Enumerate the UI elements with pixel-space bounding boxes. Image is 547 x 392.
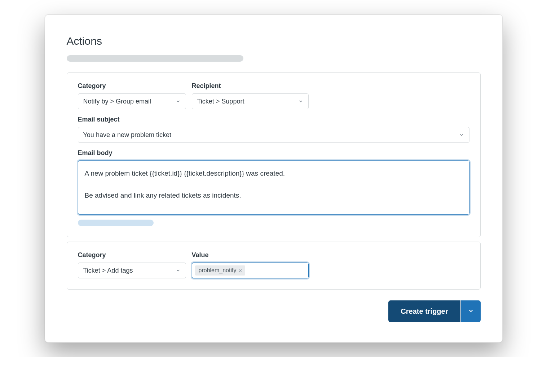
tag-chip: problem_notify: [195, 265, 246, 276]
select-recipient[interactable]: Ticket > Support: [192, 93, 309, 109]
actions-panel: Actions Category Notify by > Group email…: [45, 14, 503, 343]
field-email-body: Email body A new problem ticket {{ticket…: [78, 149, 469, 226]
action-card-notify: Category Notify by > Group email Recipie…: [67, 72, 481, 237]
footer-actions: Create trigger: [67, 300, 481, 322]
field-category-2: Category Ticket > Add tags: [78, 251, 186, 278]
label-value: Value: [192, 251, 309, 259]
email-subject-value: You have a new problem ticket: [83, 131, 172, 139]
select-category-value: Notify by > Group email: [83, 98, 151, 105]
chevron-down-icon: [459, 132, 464, 137]
field-value: Value problem_notify: [192, 251, 309, 278]
remove-tag-icon[interactable]: [238, 269, 242, 273]
attachment-placeholder[interactable]: [78, 220, 154, 226]
label-category-2: Category: [78, 251, 186, 259]
row-category-recipient: Category Notify by > Group email Recipie…: [78, 82, 469, 109]
tag-chip-label: problem_notify: [199, 267, 237, 274]
field-category: Category Notify by > Group email: [78, 82, 186, 109]
input-email-subject[interactable]: You have a new problem ticket: [78, 127, 469, 143]
select-category-2-value: Ticket > Add tags: [83, 267, 133, 274]
chevron-down-icon: [298, 99, 303, 104]
select-category[interactable]: Notify by > Group email: [78, 93, 186, 109]
row-category-value: Category Ticket > Add tags Value problem…: [78, 251, 469, 278]
chevron-down-icon: [176, 268, 181, 273]
select-category-2[interactable]: Ticket > Add tags: [78, 263, 186, 278]
action-card-tags: Category Ticket > Add tags Value problem…: [67, 242, 481, 290]
field-email-subject: Email subject You have a new problem tic…: [78, 116, 469, 143]
label-email-subject: Email subject: [78, 116, 469, 123]
field-recipient: Recipient Ticket > Support: [192, 82, 309, 109]
select-recipient-value: Ticket > Support: [197, 98, 244, 105]
label-email-body: Email body: [78, 149, 469, 157]
chevron-down-icon: [468, 308, 474, 315]
create-trigger-split-button[interactable]: [461, 300, 481, 322]
label-category: Category: [78, 82, 186, 90]
subtitle-placeholder: [67, 55, 243, 62]
tag-input[interactable]: problem_notify: [192, 263, 309, 278]
textarea-email-body[interactable]: A new problem ticket {{ticket.id}} {{tic…: [78, 160, 469, 215]
label-recipient: Recipient: [192, 82, 309, 90]
chevron-down-icon: [176, 99, 181, 104]
create-trigger-button[interactable]: Create trigger: [388, 300, 460, 322]
page-title: Actions: [67, 35, 481, 47]
